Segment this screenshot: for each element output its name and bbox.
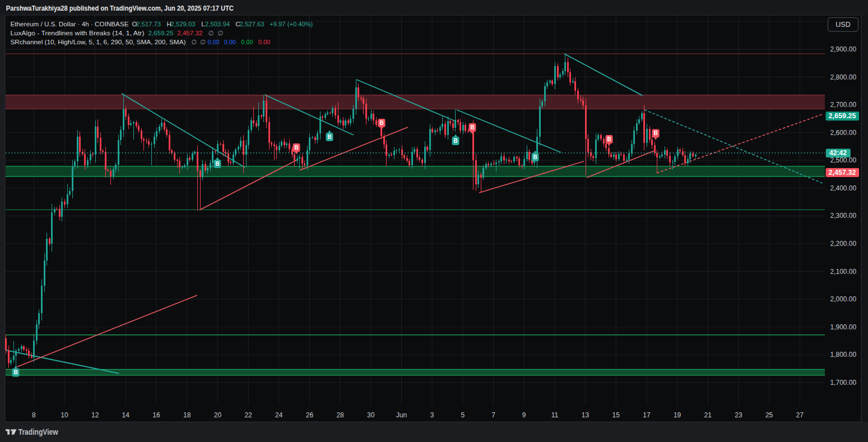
svg-text:12: 12 xyxy=(91,411,99,419)
svg-text:26: 26 xyxy=(306,411,314,419)
svg-text:2,527.63: 2,527.63 xyxy=(240,21,264,27)
svg-text:2,517.73: 2,517.73 xyxy=(136,21,161,27)
svg-text:B: B xyxy=(215,161,219,167)
svg-text:0.00: 0.00 xyxy=(208,39,220,45)
svg-text:11: 11 xyxy=(551,411,559,419)
svg-text:8: 8 xyxy=(32,411,36,419)
svg-text:2,100.00: 2,100.00 xyxy=(830,268,857,276)
svg-text:22: 22 xyxy=(244,411,252,419)
svg-text:2,529.03: 2,529.03 xyxy=(171,21,196,27)
svg-text:1,800.00: 1,800.00 xyxy=(830,351,857,359)
svg-text:∅: ∅ xyxy=(200,39,206,45)
svg-text:1,700.00: 1,700.00 xyxy=(830,379,857,387)
svg-text:42:42: 42:42 xyxy=(829,149,847,157)
svg-text:24: 24 xyxy=(275,411,283,419)
svg-text:USD: USD xyxy=(835,21,850,29)
svg-text:2,500.00: 2,500.00 xyxy=(830,156,857,164)
svg-text:+9.97 (+0.40%): +9.97 (+0.40%) xyxy=(270,21,313,27)
svg-text:Jun: Jun xyxy=(396,411,407,419)
svg-text:10: 10 xyxy=(61,411,68,419)
svg-text:2,503.94: 2,503.94 xyxy=(205,21,230,27)
svg-text:2,700.00: 2,700.00 xyxy=(830,101,857,109)
svg-text:0.00: 0.00 xyxy=(224,39,236,45)
svg-text:2,600.00: 2,600.00 xyxy=(830,129,857,137)
svg-text:17: 17 xyxy=(643,411,651,419)
svg-text:13: 13 xyxy=(582,411,590,419)
svg-text:2,200.00: 2,200.00 xyxy=(830,240,857,248)
svg-text:B: B xyxy=(533,154,537,160)
svg-text:B: B xyxy=(294,145,298,151)
svg-text:B: B xyxy=(379,120,383,126)
svg-text:20: 20 xyxy=(214,411,222,419)
svg-text:27: 27 xyxy=(796,411,804,419)
svg-text:3: 3 xyxy=(430,411,434,419)
svg-text:9: 9 xyxy=(522,411,526,419)
svg-text:28: 28 xyxy=(336,411,344,419)
svg-text:2,300.00: 2,300.00 xyxy=(830,212,857,220)
svg-text:0.00: 0.00 xyxy=(258,39,270,45)
svg-text:∅: ∅ xyxy=(218,30,224,36)
svg-text:2,457.32: 2,457.32 xyxy=(829,169,856,176)
svg-text:21: 21 xyxy=(704,411,712,419)
svg-text:2,659.25: 2,659.25 xyxy=(829,112,856,120)
svg-text:0.00: 0.00 xyxy=(241,39,253,45)
svg-text:2,400.00: 2,400.00 xyxy=(830,184,857,192)
svg-text:1,900.00: 1,900.00 xyxy=(830,323,857,331)
svg-text:23: 23 xyxy=(735,411,742,419)
svg-text:7: 7 xyxy=(491,411,495,419)
svg-text:LuxAlgo - Trendlines with Brea: LuxAlgo - Trendlines with Breaks (14, 1,… xyxy=(11,30,145,36)
svg-text:B: B xyxy=(327,134,331,140)
svg-text:16: 16 xyxy=(152,411,160,419)
svg-text:15: 15 xyxy=(612,411,620,419)
svg-text:B: B xyxy=(470,124,474,131)
svg-text:30: 30 xyxy=(367,411,375,419)
svg-text:2,457.32: 2,457.32 xyxy=(177,30,202,36)
svg-text:B: B xyxy=(607,136,611,142)
svg-text:SRchannel (10, High/Low, 5, 1,: SRchannel (10, High/Low, 5, 1, 6, 290, 5… xyxy=(11,39,186,45)
svg-text:∅: ∅ xyxy=(191,39,197,45)
svg-text:∅: ∅ xyxy=(208,30,214,36)
svg-text:2,659.25: 2,659.25 xyxy=(148,30,173,36)
svg-text:18: 18 xyxy=(183,411,191,419)
svg-text:25: 25 xyxy=(765,411,773,419)
svg-text:TradingView: TradingView xyxy=(18,427,59,436)
svg-text:14: 14 xyxy=(122,411,130,419)
svg-text:B: B xyxy=(453,138,457,144)
svg-text:ParshwaTurakhiya28 published o: ParshwaTurakhiya28 published on TradingV… xyxy=(6,4,234,12)
svg-text:B: B xyxy=(13,369,17,375)
svg-text:B: B xyxy=(653,130,657,136)
svg-text:2,000.00: 2,000.00 xyxy=(830,295,857,303)
svg-text:19: 19 xyxy=(674,411,681,419)
svg-text:2,800.00: 2,800.00 xyxy=(830,73,857,81)
svg-text:2,900.00: 2,900.00 xyxy=(830,45,857,53)
svg-text:Ethereum / U.S. Dollar · 4h ·: Ethereum / U.S. Dollar · 4h · COINBASE xyxy=(11,21,129,27)
svg-text:5: 5 xyxy=(461,411,465,419)
